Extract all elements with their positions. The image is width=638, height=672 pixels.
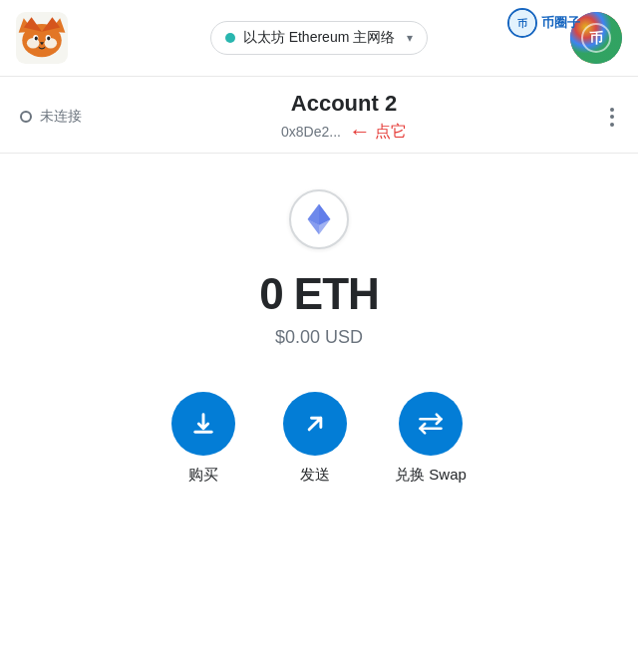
- main-content: 0 ETH $0.00 USD 购买 发送: [0, 154, 638, 514]
- buy-action: 购买: [171, 392, 235, 485]
- svg-point-8: [35, 36, 38, 40]
- account-info: Account 2 0x8De2... ← 点它: [281, 91, 407, 143]
- swap-button[interactable]: [399, 392, 463, 456]
- not-connected-circle-icon: [20, 111, 32, 123]
- network-name-label: 以太坊 Ethereum 主网络: [243, 29, 395, 47]
- usd-balance: $0.00 USD: [275, 327, 363, 348]
- svg-marker-18: [319, 204, 330, 225]
- watermark-text: 币圈子: [541, 14, 580, 32]
- send-button[interactable]: [283, 392, 347, 456]
- annotation: ← 点它: [349, 121, 407, 143]
- svg-marker-21: [308, 204, 319, 225]
- svg-text:币: 币: [589, 30, 603, 46]
- send-label: 发送: [300, 466, 330, 485]
- swap-action: 兑换 Swap: [395, 392, 467, 485]
- swap-label: 兑换 Swap: [395, 466, 467, 485]
- network-selector[interactable]: 以太坊 Ethereum 主网络 ▾: [210, 21, 428, 55]
- account-address[interactable]: 0x8De2...: [281, 124, 341, 140]
- metamask-logo: [16, 12, 68, 64]
- eth-icon: [289, 189, 349, 249]
- watermark: 币 币圈子: [507, 8, 580, 38]
- eth-balance: 0 ETH: [259, 269, 379, 319]
- buy-button[interactable]: [171, 392, 235, 456]
- buy-label: 购买: [188, 466, 218, 485]
- account-address-row: 0x8De2... ← 点它: [281, 121, 407, 143]
- more-options-button[interactable]: [606, 104, 618, 131]
- send-action: 发送: [283, 392, 347, 485]
- network-status-dot: [225, 33, 235, 43]
- chevron-down-icon: ▾: [407, 31, 413, 45]
- not-connected-status: 未连接: [20, 108, 82, 126]
- svg-text:币: 币: [517, 18, 527, 29]
- not-connected-label: 未连接: [40, 108, 82, 126]
- action-buttons: 购买 发送 兑换 Swap: [171, 392, 467, 485]
- account-bar: 未连接 Account 2 0x8De2... ← 点它: [0, 77, 638, 154]
- account-name: Account 2: [291, 91, 397, 117]
- annotation-label: 点它: [375, 122, 407, 143]
- svg-point-9: [47, 36, 50, 40]
- watermark-circle: 币: [507, 8, 537, 38]
- red-arrow-icon: ←: [349, 121, 371, 143]
